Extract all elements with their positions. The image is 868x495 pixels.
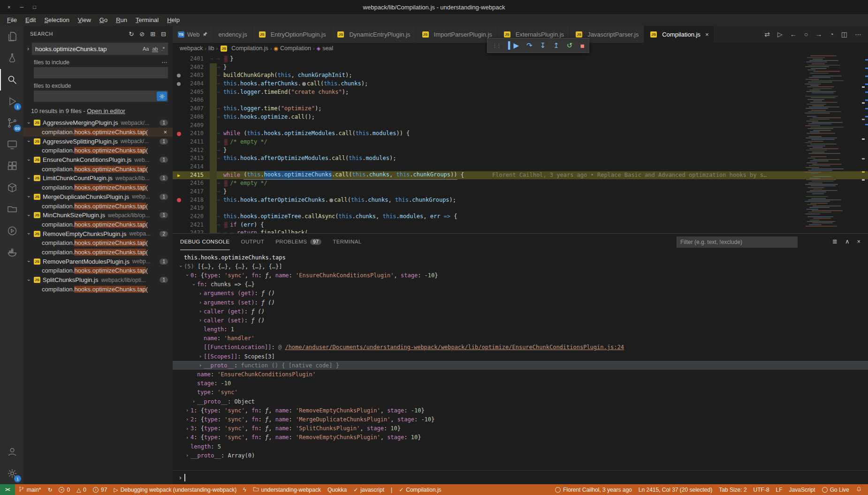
chevron-down-icon[interactable]: › — [26, 212, 32, 219]
files-to-exclude-input[interactable] — [34, 91, 168, 102]
step-out-button[interactable]: ↥ — [553, 41, 559, 50]
refresh-icon[interactable]: ↻ — [129, 30, 134, 38]
console-row[interactable]: ›__proto__: Object — [173, 397, 868, 406]
search-match-row[interactable]: compilation.hooks.optimizeChunks.tap( — [23, 266, 173, 275]
code-line[interactable]: 2409 — [173, 122, 868, 130]
chevron-expanded-icon[interactable]: › — [178, 263, 183, 270]
timeline-icon[interactable]: ◔ — [830, 30, 833, 38]
search-query[interactable]: hooks.optimizeChunks.tap — [35, 46, 139, 53]
tab-endency-js[interactable]: endency.js — [213, 26, 252, 43]
chevron-down-icon[interactable]: › — [26, 175, 32, 182]
close-panel-icon[interactable]: × — [857, 238, 860, 245]
toggle-search-details-icon[interactable]: ⋯ — [161, 59, 167, 66]
panel-tab-terminal[interactable]: TERMINAL — [333, 234, 361, 250]
console-row[interactable]: ›1: {type: 'sync', fn: ƒ, name: 'RemoveE… — [173, 406, 868, 415]
console-row[interactable]: ›(5) [{…}, {…}, {…}, {…}, {…}] — [173, 262, 868, 271]
search-result-file[interactable]: ›JSSplitChunksPlugin.jswebpack/lib/opti.… — [23, 275, 173, 285]
chevron-down-icon[interactable]: › — [26, 156, 32, 164]
code-line[interactable]: 2401→→→} — [173, 55, 868, 63]
chevron-expanded-icon[interactable]: › — [191, 281, 197, 288]
status-remote[interactable]: >< — [0, 484, 15, 495]
breakpoint-gutter[interactable] — [173, 74, 185, 77]
chevron-collapsed-icon[interactable]: › — [184, 408, 190, 413]
console-row[interactable]: ›[[Scopes]]: Scopes[3] — [173, 352, 868, 361]
search-match-row[interactable]: compilation.hooks.optimizeChunks.tap( — [23, 220, 173, 229]
console-row[interactable]: ›fn: chunks => {…} — [173, 280, 868, 289]
collapse-all-icon[interactable]: ⊟ — [161, 30, 166, 38]
code-editor[interactable]: 2401→→→}2402→→}2403→→buildChunkGraph(thi… — [173, 54, 868, 233]
code-line[interactable]: 2420→→this.hooks.optimizeTree.callAsync(… — [173, 213, 868, 221]
minimize-window-icon[interactable]: ─ — [20, 4, 23, 10]
code-line-content[interactable]: →→this.logger.timeEnd("create chunks"); — [210, 88, 868, 97]
code-line-content[interactable] — [210, 96, 868, 105]
status-gitlens-blame[interactable]: Florent Cailhol, 3 years ago — [552, 484, 635, 495]
code-line-content[interactable] — [210, 122, 868, 130]
breakpoint-icon[interactable] — [177, 198, 181, 202]
chevron-collapsed-icon[interactable]: › — [197, 300, 204, 305]
code-line-content[interactable]: →→→/* empty */ — [210, 138, 868, 146]
status-sync[interactable]: ↻ — [44, 484, 55, 495]
continue-button[interactable]: ▍▶ — [508, 41, 519, 50]
chevron-collapsed-icon[interactable]: › — [184, 453, 190, 458]
breadcrumb-item-compilation-js[interactable]: JSCompilation.js — [220, 45, 268, 52]
code-line-content[interactable]: →→→} — [210, 55, 868, 63]
code-line[interactable]: 2411→→→/* empty */ — [173, 138, 868, 146]
code-line[interactable]: 2418→→this.hooks.afterOptimizeChunks.cal… — [173, 196, 868, 205]
debug-console-input[interactable]: › — [173, 470, 868, 484]
code-line[interactable]: ▶2415→→while (this.hooks.optimizeChunks.… — [173, 171, 868, 180]
activity-run-debug-icon[interactable]: 1 — [0, 91, 23, 112]
status-eol[interactable]: LF — [773, 484, 786, 495]
step-into-button[interactable]: ↧ — [540, 41, 546, 50]
search-match-row[interactable]: compilation.hooks.optimizeChunks.tap( — [23, 201, 173, 211]
status-errors[interactable]: ×0 — [55, 484, 73, 495]
breadcrumb-item-lib[interactable]: lib — [208, 45, 214, 52]
search-match-row[interactable]: compilation.hooks.optimizeChunks.tap( — [23, 238, 173, 248]
search-result-file[interactable]: ›JSLimitChunkCountPlugin.jswebpack/lib..… — [23, 174, 173, 183]
files-to-include-input[interactable] — [34, 67, 168, 78]
status-encoding[interactable]: UTF-8 — [750, 484, 773, 495]
maximize-window-icon[interactable]: □ — [33, 4, 36, 10]
code-line-content[interactable]: →→this.hooks.afterOptimizeModules.call(t… — [210, 154, 868, 163]
menu-go[interactable]: Go — [95, 16, 112, 24]
maximize-panel-icon[interactable]: ∧ — [845, 238, 850, 245]
status-language[interactable]: JavaScript — [786, 484, 819, 495]
menu-selection[interactable]: Selection — [40, 16, 73, 24]
menu-run[interactable]: Run — [112, 16, 131, 24]
chevron-collapsed-icon[interactable]: › — [197, 309, 204, 314]
code-line-content[interactable] — [210, 163, 868, 171]
search-match-row[interactable]: compilation.hooks.optimizeChunks.tap( — [23, 183, 173, 192]
chevron-down-icon[interactable]: › — [26, 119, 32, 127]
breakpoint-gutter[interactable] — [173, 132, 185, 136]
code-line-content[interactable]: →→while (this.hooks.optimizeChunks.call(… — [210, 171, 868, 180]
step-over-button[interactable]: ↷ — [526, 41, 533, 50]
activity-accounts-icon[interactable] — [0, 441, 23, 463]
search-result-file[interactable]: ›JSAggressiveSplittingPlugin.jswebpack/.… — [23, 137, 173, 146]
search-result-file[interactable]: ›JSMergeDuplicateChunksPlugin.jswebp...1 — [23, 192, 173, 202]
breakpoint-gutter[interactable] — [173, 82, 185, 86]
search-result-file[interactable]: ›JSMinChunkSizePlugin.jswebpack/lib/op..… — [23, 211, 173, 220]
exclude-settings-gear-icon[interactable] — [157, 91, 167, 101]
search-result-file[interactable]: ›JSRemoveEmptyChunksPlugin.jswebpa...2 — [23, 229, 173, 238]
dismiss-match-icon[interactable]: × — [163, 129, 167, 136]
code-line[interactable]: 2408→→this.hooks.optimize.call(); — [173, 113, 868, 122]
code-line-content[interactable]: →→→→return finalCallback( — [210, 229, 868, 233]
status-debug-status[interactable]: ▷Debugging webpack (understanding-webpac… — [110, 484, 240, 495]
minimap[interactable] — [803, 54, 844, 233]
status-tab-size[interactable]: Tab Size: 2 — [716, 484, 750, 495]
chevron-collapsed-icon[interactable]: › — [184, 417, 190, 422]
console-row[interactable]: ›2: {type: 'sync', fn: ƒ, name: 'MergeDu… — [173, 415, 868, 424]
code-line[interactable]: 2412→→} — [173, 146, 868, 155]
chevron-down-icon[interactable]: › — [26, 276, 32, 284]
code-line-content[interactable]: →→→if (err) { — [210, 221, 868, 229]
file-location-link[interactable]: /home/anduser/Documents/understanding-we… — [285, 344, 624, 350]
chevron-down-icon[interactable]: › — [26, 193, 32, 200]
status-quokka[interactable]: Quokka — [324, 484, 350, 495]
status-info[interactable]: i97 — [90, 484, 110, 495]
breakpoint-gutter[interactable] — [173, 198, 185, 202]
console-row[interactable]: ›__proto__: Array(0) — [173, 451, 868, 460]
breadcrumb-item-seal[interactable]: ◈seal — [317, 45, 333, 52]
menu-terminal[interactable]: Terminal — [131, 16, 163, 24]
disabled-breakpoint-icon[interactable] — [177, 82, 181, 86]
code-line[interactable]: 2410→→while (this.hooks.optimizeModules.… — [173, 129, 868, 138]
breadcrumb-item-webpack[interactable]: webpack — [180, 45, 203, 52]
